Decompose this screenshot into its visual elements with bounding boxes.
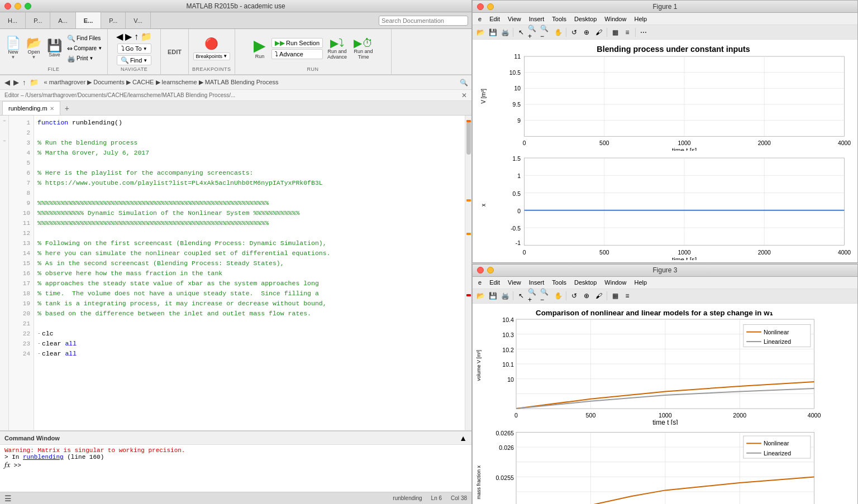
path-forward-btn[interactable]: ▶ (12, 78, 20, 87)
fig1-brush-btn[interactable]: 🖌 (593, 27, 604, 38)
add-tab-btn[interactable]: + (60, 101, 74, 115)
tab-h[interactable]: H... (0, 12, 26, 28)
fig3-sep1 (513, 291, 513, 300)
back-button[interactable]: ◀ (116, 31, 123, 42)
editor-container: ◀ ▶ ↑ 📁 « marthagrover ▶ Documents ▶ CAC… (0, 75, 471, 430)
fig3-legend-btn[interactable]: ≡ (622, 290, 633, 301)
fig3-menu-view[interactable]: View (504, 279, 525, 286)
runblending-link[interactable]: runblending (23, 454, 64, 460)
path-back-btn[interactable]: ◀ (3, 78, 11, 87)
editor-scrollbar[interactable] (465, 116, 471, 430)
fig3-minimize-btn[interactable] (487, 267, 494, 273)
up-button[interactable]: ↑ (134, 32, 139, 42)
maximize-button[interactable] (25, 3, 31, 9)
fold-indicator-1[interactable]: − (0, 116, 9, 126)
folder-button[interactable]: 📁 (141, 31, 152, 42)
fig1-close-btn[interactable] (477, 3, 484, 10)
fig3-menu-help[interactable]: Help (631, 279, 650, 286)
fig1-print-btn[interactable]: 🖨️ (499, 27, 511, 38)
fold-indicator-3[interactable]: − (0, 136, 9, 146)
fig3-rotate-btn[interactable]: ↺ (569, 290, 580, 301)
tab-p1[interactable]: P... (26, 12, 50, 28)
svg-text:0: 0 (514, 412, 518, 419)
fig3-zoomout-btn[interactable]: 🔍− (540, 290, 551, 301)
fig1-pan-btn[interactable]: ✋ (552, 27, 564, 38)
fig1-menu-tools[interactable]: Tools (549, 15, 570, 23)
run-time-button[interactable]: ▶⏱ Run and Time (351, 36, 375, 61)
fig3-datacursor-btn[interactable]: ⊕ (581, 290, 592, 301)
fig3-colorbar-btn[interactable]: ▦ (609, 290, 621, 301)
fig1-legend-btn[interactable]: ≡ (622, 27, 633, 38)
fig3-menu-e[interactable]: e (475, 279, 485, 286)
close-button[interactable] (4, 3, 11, 9)
breakpoints-dropdown[interactable]: Breakpoints ▼ (193, 52, 230, 60)
breakpoints-button[interactable]: 🔴 (204, 37, 218, 50)
compare-button[interactable]: ⇔ Compare ▼ (65, 44, 104, 53)
svg-text:1: 1 (517, 174, 521, 180)
minimize-button[interactable] (15, 3, 21, 9)
path-folder-btn[interactable]: 📁 (28, 78, 40, 87)
tab-close-btn[interactable]: ✕ (50, 105, 54, 112)
fig1-colorbar-btn[interactable]: ▦ (609, 27, 621, 38)
search-input[interactable] (379, 16, 468, 26)
path-search-btn[interactable]: 🔍 (460, 79, 468, 87)
fig3-open-btn[interactable]: 📂 (475, 290, 486, 301)
fig1-open-btn[interactable]: 📂 (475, 27, 486, 38)
tab-e[interactable]: E... (76, 12, 102, 28)
code-content[interactable]: function runblending() % Run the blendin… (34, 116, 465, 430)
fig1-menu-window[interactable]: Window (601, 15, 630, 23)
fig3-brush-btn[interactable]: 🖌 (593, 290, 604, 301)
fig1-menu-desktop[interactable]: Desktop (571, 15, 600, 23)
fig3-menu-tools[interactable]: Tools (549, 279, 570, 286)
fig1-save-btn[interactable]: 💾 (487, 27, 498, 38)
fig3-zoomin-btn[interactable]: 🔍+ (528, 290, 539, 301)
fig1-cursor-btn[interactable]: ↖ (516, 27, 527, 38)
find-files-button[interactable]: 🔍 Find Files (65, 34, 104, 43)
fig3-cursor-btn[interactable]: ↖ (516, 290, 527, 301)
fig3-plot2-ylabel-container: mass fraction x (475, 425, 483, 504)
fig3-menu-desktop[interactable]: Desktop (571, 279, 600, 286)
command-window-collapse[interactable]: ▲ (459, 434, 467, 443)
fig1-menu-insert[interactable]: Insert (526, 15, 548, 23)
fig3-menu-insert[interactable]: Insert (526, 279, 548, 286)
fig1-menu-help[interactable]: Help (631, 15, 650, 23)
fig3-menu-edit[interactable]: Edit (486, 279, 503, 286)
fig1-menu-e[interactable]: e (475, 15, 485, 23)
scroll-thumb[interactable] (466, 121, 471, 155)
fig3-menu-window[interactable]: Window (601, 279, 630, 286)
editor-tab-runblending[interactable]: runblending.m ✕ (2, 101, 60, 115)
command-window-content[interactable]: Warning: Matrix is singular to working p… (0, 445, 471, 492)
find-button[interactable]: 🔍 Find ▼ (117, 55, 151, 65)
fig1-menu-edit[interactable]: Edit (486, 15, 503, 23)
fig3-pan-btn[interactable]: ✋ (552, 290, 564, 301)
fig1-zoomout-btn[interactable]: 🔍− (540, 27, 551, 38)
save-label: Save (49, 52, 60, 57)
fig3-print-btn[interactable]: 🖨️ (499, 290, 511, 301)
save-button[interactable]: 💾 Save (45, 39, 64, 59)
path-up-btn[interactable]: ↑ (21, 78, 27, 87)
status-sidebar-btn[interactable]: ☰ (4, 494, 12, 503)
fig1-datacursor-btn[interactable]: ⊕ (581, 27, 592, 38)
open-button[interactable]: 📂 Open ▼ (24, 36, 44, 61)
run-section-button[interactable]: ▶▶ Run Section (271, 38, 323, 48)
run-button[interactable]: ▶ Run (250, 37, 269, 60)
goto-button[interactable]: ⤵ Go To ▼ (117, 44, 151, 54)
code-line-8 (37, 188, 461, 198)
fig1-more-btn[interactable]: ⋯ (638, 27, 649, 38)
advance-button[interactable]: ⤵ Advance (271, 49, 323, 59)
fig1-minimize-btn[interactable] (487, 3, 494, 10)
line-num-9: 9 (9, 198, 34, 208)
tab-a[interactable]: A... (50, 12, 76, 28)
forward-button[interactable]: ▶ (125, 31, 132, 42)
fig3-close-btn[interactable] (477, 267, 484, 273)
new-button[interactable]: 📄 New ▼ (3, 36, 23, 61)
run-advance-button[interactable]: ▶⤵ Run and Advance (325, 36, 349, 61)
fig3-save-btn[interactable]: 💾 (487, 290, 498, 301)
fig1-menu-view[interactable]: View (504, 15, 525, 23)
fig1-zoomin-btn[interactable]: 🔍+ (528, 27, 539, 38)
tab-p2[interactable]: P... (101, 12, 126, 28)
tab-v[interactable]: V... (126, 12, 151, 28)
print-button[interactable]: 🖨️ Print ▼ (65, 54, 104, 63)
editor-close-btn[interactable]: ✕ (461, 92, 467, 99)
fig1-rotate-btn[interactable]: ↺ (569, 27, 580, 38)
